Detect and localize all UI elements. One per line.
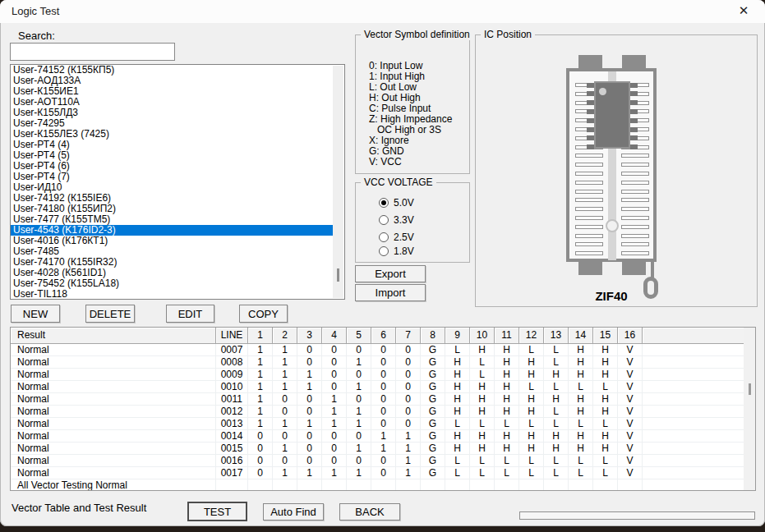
- close-icon[interactable]: ✕: [731, 3, 756, 20]
- pin-cell: H: [593, 443, 618, 455]
- socket-slot-left: [575, 181, 603, 185]
- radio-icon[interactable]: [379, 215, 389, 225]
- socket-slot-left: [575, 216, 603, 220]
- filler-cell: [643, 344, 755, 356]
- back-button[interactable]: BACK: [339, 503, 400, 521]
- pin-cell: 1: [347, 443, 371, 455]
- column-header[interactable]: 4: [322, 328, 347, 344]
- import-button[interactable]: Import: [355, 284, 426, 301]
- auto-find-button[interactable]: Auto Find: [263, 503, 324, 521]
- edit-button[interactable]: EDIT: [166, 305, 214, 323]
- vcc-radio-2_5v[interactable]: 2.5V: [379, 232, 414, 243]
- chip-pin-stub-right: [630, 127, 638, 132]
- list-scrollbar-thumb[interactable]: [337, 268, 339, 282]
- column-header[interactable]: 6: [371, 328, 396, 344]
- table-row[interactable]: Normal00140000011GHHHHHHHV: [11, 430, 755, 443]
- radio-icon[interactable]: [379, 246, 389, 256]
- pin-cell: L: [495, 418, 519, 430]
- test-button[interactable]: TEST: [187, 502, 247, 521]
- pin-cell: 0: [273, 430, 297, 443]
- table-row[interactable]: Normal00121001100GHHHHLHHV: [11, 406, 755, 418]
- pin-cell: V: [618, 443, 643, 455]
- pin-cell: 1: [371, 443, 396, 455]
- pin-cell: L: [544, 455, 569, 467]
- column-header[interactable]: 14: [569, 328, 593, 344]
- table-row[interactable]: Normal00091110000GHLHHHHHV: [11, 369, 755, 381]
- pin-cell: [273, 479, 297, 491]
- list-scrollbar[interactable]: [333, 66, 343, 298]
- filler-cell: [643, 455, 755, 467]
- pin-cell: 1: [248, 381, 273, 393]
- table-row[interactable]: Normal00101110100GHHHLLLLV: [11, 381, 755, 393]
- socket-slot-left: [575, 225, 603, 229]
- column-header[interactable]: LINE: [216, 328, 248, 344]
- pin-cell: H: [495, 369, 519, 381]
- socket-hole: [606, 219, 619, 232]
- line-cell: 0011: [216, 393, 248, 406]
- vcc-radio-3_3v[interactable]: 3.3V: [379, 214, 414, 226]
- result-cell: Normal: [11, 381, 216, 393]
- chip-list-item[interactable]: User-TIL118: [11, 289, 344, 300]
- pin-cell: H: [593, 369, 618, 381]
- column-header[interactable]: 13: [544, 328, 569, 344]
- column-header[interactable]: 2: [273, 328, 297, 344]
- column-header[interactable]: 8: [421, 328, 445, 344]
- column-header[interactable]: 15: [593, 328, 618, 344]
- vcc-radio-1_8v[interactable]: 1.8V: [379, 245, 414, 257]
- pin-cell: L: [495, 467, 519, 479]
- table-scrollbar[interactable]: [744, 328, 755, 490]
- filler-cell: [643, 406, 755, 418]
- pin-cell: L: [544, 418, 569, 430]
- pin-cell: L: [445, 418, 470, 430]
- pin-cell: H: [519, 369, 544, 381]
- search-input[interactable]: [10, 43, 175, 61]
- chip-pin-stub-left: [587, 135, 594, 140]
- table-row[interactable]: Normal00081100100GHLHHLHHV: [11, 356, 755, 369]
- column-header-filler: [643, 328, 755, 344]
- radio-icon[interactable]: [379, 232, 389, 242]
- column-header[interactable]: 5: [347, 328, 371, 344]
- pin-cell: 1: [297, 381, 322, 393]
- table-row[interactable]: Normal00150100111GHHHHHHHV: [11, 443, 755, 455]
- copy-button[interactable]: COPY: [239, 305, 288, 323]
- pin-cell: V: [618, 381, 643, 393]
- vector-table: ResultLINE12345678910111213141516 Normal…: [10, 327, 756, 491]
- table-row-footer[interactable]: All Vector Testing Normal: [11, 479, 755, 491]
- pin-cell: H: [495, 356, 519, 369]
- pin-cell: 0: [322, 430, 347, 443]
- column-header[interactable]: 1: [248, 328, 273, 344]
- chip-list-item[interactable]: User-4016 (К176КТ1): [11, 236, 344, 246]
- column-header[interactable]: 16: [618, 328, 643, 344]
- column-header[interactable]: 10: [470, 328, 495, 344]
- filler-cell: [643, 381, 755, 393]
- result-cell: Normal: [11, 393, 216, 406]
- table-row[interactable]: Normal00111001000GHHHHHHHV: [11, 393, 755, 406]
- filler-cell: [643, 479, 755, 491]
- filler-cell: [643, 430, 755, 443]
- radio-icon[interactable]: [379, 198, 389, 208]
- table-row[interactable]: Normal00131111100GLLLLLLLV: [11, 418, 755, 430]
- column-header[interactable]: Result: [11, 328, 216, 344]
- column-header[interactable]: 3: [297, 328, 322, 344]
- column-header[interactable]: 12: [519, 328, 544, 344]
- pin-cell: H: [495, 393, 519, 406]
- column-header[interactable]: 7: [396, 328, 421, 344]
- socket-tab-bottom-right: [622, 260, 646, 275]
- new-button[interactable]: NEW: [11, 305, 60, 323]
- column-header[interactable]: 11: [495, 328, 519, 344]
- table-scrollbar-thumb[interactable]: [749, 383, 751, 395]
- column-header[interactable]: 9: [445, 328, 470, 344]
- vcc-radio-5_0v[interactable]: 5.0V: [379, 197, 414, 209]
- export-button[interactable]: Export: [355, 265, 426, 282]
- pin-cell: V: [618, 369, 643, 381]
- pin-cell: G: [421, 418, 445, 430]
- table-row[interactable]: Normal00071100000GLHHLLHHV: [11, 344, 755, 356]
- pin-cell: 1: [273, 344, 297, 356]
- pin-cell: 0: [297, 455, 322, 467]
- delete-button[interactable]: DELETE: [85, 305, 135, 323]
- table-row[interactable]: Normal00170111101GLLLLLLLV: [11, 467, 755, 479]
- pin-cell: H: [445, 356, 470, 369]
- pin-cell: V: [618, 467, 643, 479]
- pin-cell: 1: [273, 369, 297, 381]
- table-row[interactable]: Normal00160000001GLLLLLLLV: [11, 455, 755, 467]
